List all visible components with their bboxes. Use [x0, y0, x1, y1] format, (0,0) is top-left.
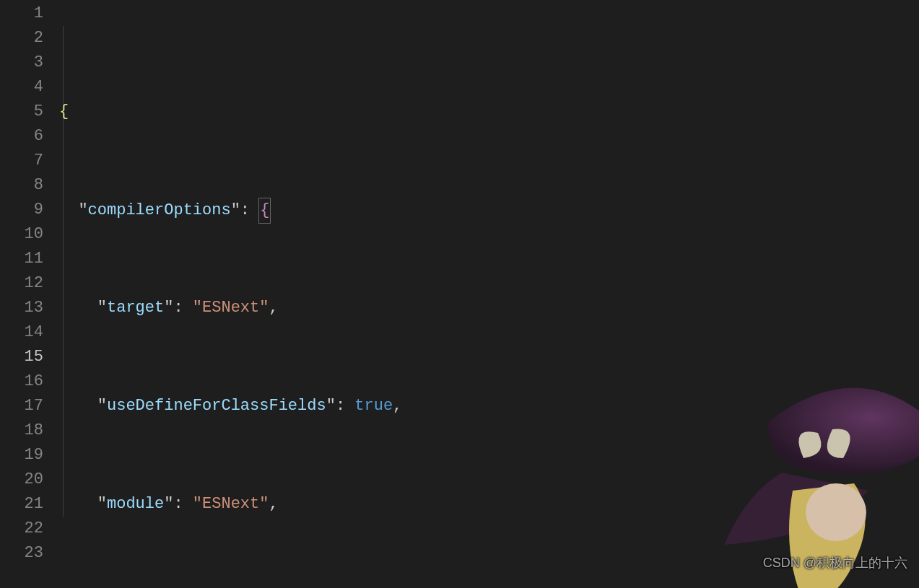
- line-number: 21: [0, 492, 43, 517]
- line-number: 20: [0, 468, 43, 492]
- line-number: 10: [0, 222, 43, 247]
- line-number: 13: [0, 296, 43, 320]
- code-line[interactable]: {: [59, 100, 919, 124]
- line-number: 4: [0, 75, 43, 100]
- line-number: 6: [0, 124, 43, 149]
- line-number: 12: [0, 271, 43, 296]
- line-number: 22: [0, 517, 43, 541]
- line-number: 18: [0, 418, 43, 443]
- line-number: 1: [0, 1, 43, 26]
- code-area[interactable]: { "compilerOptions": { "target": "ESNext…: [59, 1, 919, 588]
- line-number: 5: [0, 100, 43, 124]
- code-line[interactable]: "useDefineForClassFields": true,: [59, 394, 919, 418]
- line-number: 16: [0, 369, 43, 394]
- code-editor[interactable]: 1234567891011121314151617181920212223 { …: [0, 0, 919, 588]
- line-number: 15: [0, 345, 43, 369]
- line-number: 14: [0, 320, 43, 345]
- line-number: 7: [0, 149, 43, 173]
- line-number: 23: [0, 541, 43, 566]
- line-number-gutter: 1234567891011121314151617181920212223: [0, 1, 59, 588]
- line-number: 17: [0, 394, 43, 418]
- line-number: 8: [0, 173, 43, 198]
- line-number: 19: [0, 443, 43, 468]
- line-number: 3: [0, 51, 43, 75]
- line-number: 9: [0, 198, 43, 222]
- code-line[interactable]: "target": "ESNext",: [59, 296, 919, 320]
- line-number: 2: [0, 26, 43, 51]
- code-line[interactable]: "compilerOptions": {: [59, 198, 919, 222]
- line-number: 11: [0, 247, 43, 271]
- watermark-text: CSDN @积极向上的十六: [763, 550, 907, 575]
- code-line[interactable]: "module": "ESNext",: [59, 492, 919, 517]
